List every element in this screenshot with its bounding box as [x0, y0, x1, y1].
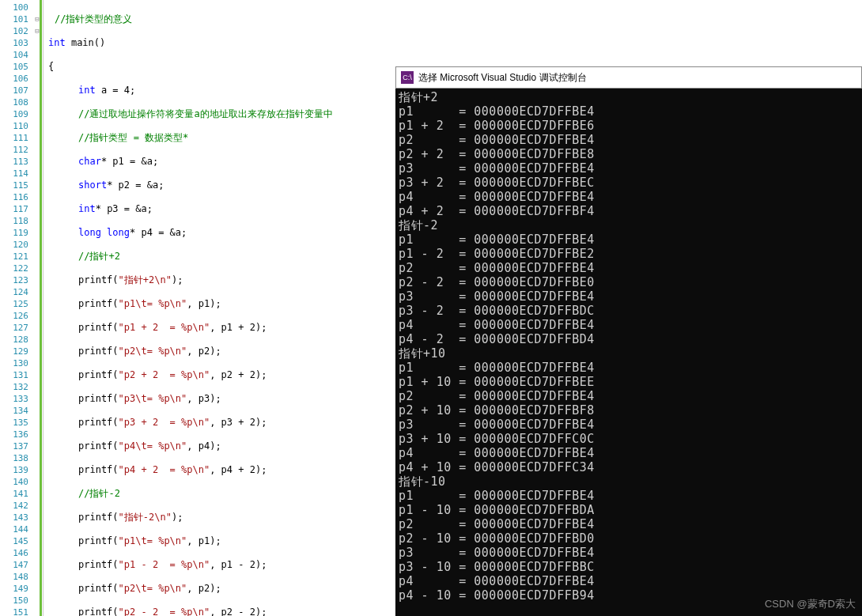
fn-call: printf( [78, 607, 119, 616]
string: "p2 - 2 = %p\n" [119, 607, 210, 616]
code-text: , p3 + 2); [210, 417, 267, 428]
code-text: a = 4; [96, 85, 136, 96]
string: "p1 + 2 = %p\n" [119, 322, 210, 333]
comment: //指针+2 [78, 251, 120, 262]
fn-call: printf( [78, 322, 119, 333]
code-text: , p2 - 2); [210, 607, 267, 616]
code-area[interactable]: //指针类型的意义 int main() { int a = 4; //通过取地… [43, 0, 395, 616]
string: "p1 - 2 = %p\n" [119, 559, 210, 570]
code-text: main() [66, 37, 106, 48]
fn-call: printf( [78, 298, 119, 309]
console-output[interactable]: 指针+2 p1 = 000000ECD7DFFBE4 p1 + 2 = 0000… [395, 89, 862, 616]
string: "p1\t= %p\n" [119, 298, 187, 309]
string: "p4 + 2 = %p\n" [119, 464, 210, 475]
code-text: * p3 = &a; [96, 203, 153, 214]
string: "p1\t= %p\n" [119, 535, 187, 546]
code-text: , p2); [187, 346, 221, 357]
fn-call: printf( [78, 440, 119, 452]
keyword: long long [78, 227, 130, 238]
string: "p2\t= %p\n" [119, 346, 187, 357]
change-bar [40, 0, 42, 616]
code-text: , p4 + 2); [210, 464, 267, 475]
watermark: CSDN @蒙奇D索大 [765, 597, 856, 611]
console-titlebar[interactable]: C:\ 选择 Microsoft Visual Studio 调试控制台 [395, 66, 862, 89]
fn-call: printf( [78, 559, 119, 570]
code-text: , p1); [187, 535, 221, 546]
fn-call: printf( [78, 346, 119, 357]
code-text: , p3); [187, 393, 221, 404]
fn-call: printf( [78, 512, 119, 523]
code-text: , p2 + 2); [210, 369, 267, 380]
code-text: * p4 = &a; [130, 227, 187, 238]
comment: //指针类型的意义 [55, 13, 132, 25]
code-text: ); [172, 512, 183, 523]
string: "p2 + 2 = %p\n" [119, 369, 210, 380]
fn-call: printf( [78, 369, 119, 380]
comment: //指针类型 = 数据类型* [78, 132, 188, 143]
fn-call: printf( [78, 417, 119, 428]
fn-call: printf( [78, 535, 119, 546]
fn-call: printf( [78, 464, 119, 475]
code-text: * p2 = &a; [107, 180, 164, 191]
code-text: , p1 + 2); [210, 322, 267, 333]
keyword: int [48, 37, 66, 48]
keyword: char [78, 156, 101, 167]
code-text: , p1); [187, 298, 221, 309]
string: "p2\t= %p\n" [119, 583, 187, 594]
code-text: ); [172, 274, 183, 285]
string: "p3 + 2 = %p\n" [119, 417, 210, 428]
fn-call: printf( [78, 583, 119, 594]
code-text: , p4); [187, 440, 221, 452]
line-gutter: 1001011021031041051061071081091101111121… [0, 0, 32, 616]
brace: { [43, 61, 395, 73]
string: "指针+2\n" [119, 274, 172, 285]
keyword: short [78, 180, 107, 191]
code-text: * p1 = &a; [101, 156, 158, 167]
fn-call: printf( [78, 393, 119, 404]
console-title: 选择 Microsoft Visual Studio 调试控制台 [418, 71, 587, 85]
keyword: int [78, 203, 96, 214]
comment: //指针-2 [78, 488, 120, 499]
code-text: , p2); [187, 583, 221, 594]
string: "p4\t= %p\n" [119, 440, 187, 452]
code-text: , p1 - 2); [210, 559, 267, 570]
comment: //通过取地址操作符将变量a的地址取出来存放在指针变量中 [78, 108, 333, 119]
keyword: int [78, 85, 96, 96]
string: "指针-2\n" [119, 512, 172, 523]
fn-call: printf( [78, 274, 119, 285]
vs-icon: C:\ [401, 71, 414, 84]
code-editor[interactable]: 1001011021031041051061071081091101111121… [0, 0, 395, 616]
string: "p3\t= %p\n" [119, 393, 187, 404]
